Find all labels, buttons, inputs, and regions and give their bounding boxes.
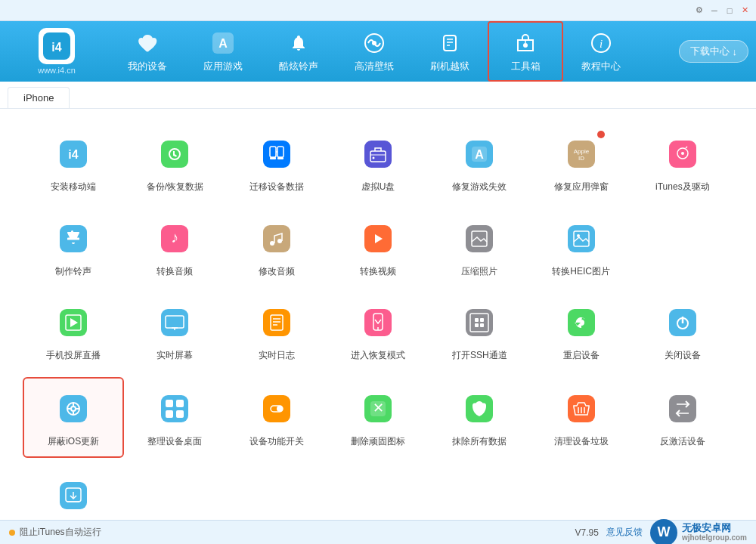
tool-item-virtual-udisk[interactable]: 虚拟U盘 xyxy=(327,124,429,202)
svg-point-40 xyxy=(270,241,274,246)
maximize-button[interactable]: □ xyxy=(724,5,735,16)
tool-item-organize-desktop[interactable]: 整理设备桌面 xyxy=(124,377,225,459)
tool-item-convert-video[interactable]: 转换视频 xyxy=(327,209,429,287)
close-button[interactable]: ✕ xyxy=(739,5,750,16)
watermark-text: 无极安卓网 xyxy=(682,522,747,534)
status-indicator xyxy=(9,530,15,536)
svg-rect-19 xyxy=(270,157,276,159)
wipe-all-data-icon xyxy=(458,388,500,430)
svg-text:Apple: Apple xyxy=(573,148,589,155)
svg-text:✕: ✕ xyxy=(372,400,383,416)
itunes-notice: 阻止iTunes自动运行 xyxy=(20,526,101,539)
svg-rect-82 xyxy=(166,400,173,407)
minimize-button[interactable]: ─ xyxy=(709,5,720,16)
block-ios-update-icon xyxy=(52,388,94,430)
compress-photo-label: 压缩照片 xyxy=(461,266,497,278)
tool-item-wipe-all-data[interactable]: 抹除所有数据 xyxy=(429,377,530,459)
nav-label-my-device: 我的设备 xyxy=(128,60,167,73)
svg-point-26 xyxy=(372,157,374,159)
shutdown-device-icon xyxy=(662,301,704,344)
screen-cast-label: 手机投屏直播 xyxy=(46,350,101,362)
tool-item-restart-device[interactable]: 重启设备 xyxy=(530,292,631,371)
nav-item-toolbox[interactable]: 工具箱 xyxy=(488,21,563,82)
tab-iphone[interactable]: iPhone xyxy=(8,87,70,108)
tool-item-convert-audio[interactable]: ♪转换音频 xyxy=(124,209,225,287)
tool-item-make-ringtone[interactable]: 制作铃声 xyxy=(23,209,124,287)
wallpaper-icon xyxy=(361,29,388,57)
tool-item-device-func-switch[interactable]: 设备功能开关 xyxy=(226,377,327,459)
tab-bar: iPhone xyxy=(0,82,756,109)
tool-item-open-ssh[interactable]: 打开SSH通道 xyxy=(429,292,530,371)
nav-item-my-device[interactable]: 我的设备 xyxy=(110,21,185,82)
badge-dot xyxy=(597,131,605,138)
status-bar: 阻止iTunes自动运行 V7.95 意见反馈 W 无极安卓网 wjhotelg… xyxy=(0,520,756,544)
convert-heic-icon xyxy=(560,218,603,260)
recovery-mode-icon xyxy=(357,301,399,344)
open-ssh-icon xyxy=(458,301,500,344)
nav-item-jailbreak[interactable]: 刷机越狱 xyxy=(412,21,488,82)
tool-item-compress-photo[interactable]: 压缩照片 xyxy=(429,209,530,287)
svg-rect-97 xyxy=(669,395,696,422)
nav-item-tutorial[interactable]: i 教程中心 xyxy=(563,21,639,82)
logo-icon: i4 xyxy=(39,28,75,64)
tool-item-install-app[interactable]: i4安装移动端 xyxy=(23,124,124,202)
settings-titlebar-icon[interactable]: ⚙ xyxy=(694,5,705,16)
nav-item-wallpaper[interactable]: 高清壁纸 xyxy=(336,21,412,82)
nav-label-toolbox: 工具箱 xyxy=(511,60,541,73)
status-left: 阻止iTunes自动运行 xyxy=(9,526,101,539)
apple-icon xyxy=(134,29,161,57)
nav-label-tutorial: 教程中心 xyxy=(581,60,621,73)
svg-rect-85 xyxy=(176,410,184,418)
compress-photo-icon xyxy=(458,218,500,260)
logo-url: www.i4.cn xyxy=(38,66,76,75)
svg-rect-81 xyxy=(161,395,188,422)
nav-item-ringtones[interactable]: 酷炫铃声 xyxy=(261,21,336,82)
feedback-link[interactable]: 意见反馈 xyxy=(606,526,643,539)
tool-item-block-ios-update[interactable]: 屏蔽iOS更新 xyxy=(23,377,124,459)
tool-item-fix-app-popup[interactable]: AppleID修复应用弹窗 xyxy=(530,124,631,202)
migrate-data-label: 迁移设备数据 xyxy=(249,181,304,193)
tool-item-shutdown-device[interactable]: 关闭设备 xyxy=(632,292,733,371)
tool-item-download-firmware[interactable]: 下载固件 xyxy=(23,465,124,520)
download-center-button[interactable]: 下载中心 ↓ xyxy=(679,40,749,63)
nav-item-app-games[interactable]: A 应用游戏 xyxy=(185,21,261,82)
header: i4 www.i4.cn 我的设备 A 应用游戏 酷炫铃声 xyxy=(0,21,756,82)
make-ringtone-icon xyxy=(52,218,94,260)
tool-item-delete-stubborn-icon[interactable]: ✕删除顽固图标 xyxy=(327,377,429,459)
tool-item-real-log[interactable]: 实时日志 xyxy=(226,292,327,371)
backup-restore-icon xyxy=(153,133,196,175)
tool-item-clean-junk[interactable]: 清理设备垃圾 xyxy=(530,377,631,459)
fix-game-label: 修复游戏失效 xyxy=(452,181,507,193)
main-content: i4安装移动端备份/恢复数据迁移设备数据虚拟U盘A修复游戏失效AppleID修复… xyxy=(0,109,756,520)
tool-item-edit-audio[interactable]: 修改音频 xyxy=(226,209,327,287)
watermark: W 无极安卓网 wjhotelgroup.com xyxy=(650,519,747,545)
svg-rect-23 xyxy=(364,141,392,168)
tool-item-convert-heic[interactable]: 转换HEIC图片 xyxy=(530,209,631,287)
tool-item-screen-cast[interactable]: 手机投屏直播 xyxy=(23,292,124,371)
organize-desktop-icon xyxy=(153,388,196,430)
svg-point-35 xyxy=(681,152,684,155)
nav-label-ringtones: 酷炫铃声 xyxy=(279,60,318,73)
svg-text:A: A xyxy=(218,37,228,50)
install-app-icon: i4 xyxy=(52,133,94,175)
tool-item-deactivate[interactable]: 反激活设备 xyxy=(632,377,733,459)
tool-item-fix-game[interactable]: A修复游戏失效 xyxy=(429,124,530,202)
svg-text:A: A xyxy=(476,148,485,161)
svg-rect-17 xyxy=(263,141,290,168)
tool-item-itunes-driver[interactable]: iTunes及驱动 xyxy=(632,124,733,202)
svg-rect-74 xyxy=(60,395,87,422)
bell-icon xyxy=(285,29,312,57)
svg-point-5 xyxy=(372,41,376,45)
tool-item-empty xyxy=(632,209,733,287)
tool-item-recovery-mode[interactable]: 进入恢复模式 xyxy=(327,292,429,371)
tool-item-migrate-data[interactable]: 迁移设备数据 xyxy=(226,124,327,202)
logo-area: i4 www.i4.cn xyxy=(8,28,106,75)
deactivate-icon xyxy=(662,388,704,430)
tool-item-backup-restore[interactable]: 备份/恢复数据 xyxy=(124,124,225,202)
svg-rect-67 xyxy=(480,318,484,322)
fix-app-popup-icon: AppleID xyxy=(560,133,603,175)
clean-junk-icon xyxy=(560,388,603,430)
download-icon: ↓ xyxy=(733,46,738,57)
tool-item-real-screen[interactable]: 实时屏幕 xyxy=(124,292,225,371)
nav-label-wallpaper: 高清壁纸 xyxy=(355,60,394,73)
